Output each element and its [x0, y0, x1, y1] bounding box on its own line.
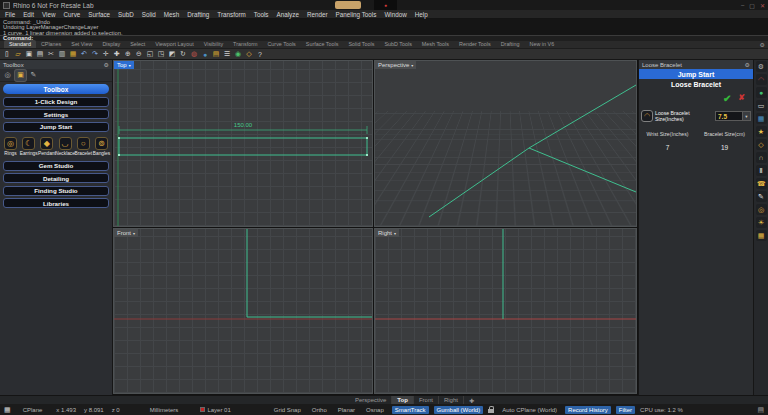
grid-snap-toggle[interactable]: Grid Snap — [271, 406, 304, 414]
redo-icon[interactable]: ↷ — [90, 49, 100, 59]
copy-icon[interactable]: ▥ — [57, 49, 67, 59]
pen-tool-icon[interactable]: ✎ — [756, 191, 767, 202]
gem-tool-icon[interactable]: ● — [756, 87, 767, 98]
diamond-tool-icon[interactable]: ◇ — [756, 139, 767, 150]
sun-tool-icon[interactable]: ☀ — [756, 217, 767, 228]
viewport-right[interactable]: Right ▾ — [374, 228, 637, 394]
smarttrack-toggle[interactable]: SmartTrack — [392, 406, 429, 414]
toolbar-tab[interactable]: CPlanes — [36, 40, 66, 48]
zoom-out-icon[interactable]: ⊖ — [134, 49, 144, 59]
sidebar-button[interactable]: Gem Studio — [3, 161, 109, 171]
bracelet-size-select[interactable]: 7.5 ▾ — [715, 111, 751, 121]
toolbar-tab[interactable]: Select — [125, 40, 150, 48]
viewport-front[interactable]: Front ▾ — [113, 228, 373, 394]
gumball-icon[interactable]: ◉ — [233, 49, 243, 59]
shaded-view-icon[interactable]: ◍ — [189, 49, 199, 59]
ortho-toggle[interactable]: Ortho — [309, 406, 330, 414]
menu-item[interactable]: Transform — [217, 11, 245, 18]
toolbox-home-tab-icon[interactable]: ◎ — [2, 70, 13, 81]
layer-selector[interactable]: Layer 01 — [200, 407, 230, 413]
pan-icon[interactable]: ✛ — [101, 49, 111, 59]
chevron-down-icon[interactable]: ▾ — [742, 112, 750, 120]
close-button[interactable]: ✕ — [760, 2, 765, 9]
menu-item[interactable]: Curve — [64, 11, 81, 18]
toolbar-tab[interactable]: SubD Tools — [379, 40, 416, 48]
menu-item[interactable]: Render — [307, 11, 328, 18]
sidebar-button[interactable]: Detailing — [3, 173, 109, 183]
help-icon[interactable]: ? — [255, 49, 265, 59]
minimize-button[interactable]: – — [741, 2, 744, 9]
object-properties-icon[interactable]: ☰ — [222, 49, 232, 59]
zoom-selected-icon[interactable]: ◩ — [167, 49, 177, 59]
menu-item[interactable]: Tools — [254, 11, 269, 18]
jewelry-category[interactable]: ⊚ Bangles — [93, 137, 110, 156]
viewport-label-right[interactable]: Right ▾ — [375, 229, 399, 237]
phone-tool-icon[interactable]: ☎ — [756, 178, 767, 189]
toolbar-tab[interactable]: Set View — [66, 40, 97, 48]
viewport-tab[interactable]: Right — [439, 396, 464, 404]
toolbar-tab[interactable]: Standard — [4, 40, 36, 48]
menu-item[interactable]: Window — [384, 11, 406, 18]
osnap-icon[interactable]: ◇ — [244, 49, 254, 59]
menu-item[interactable]: Solid — [142, 11, 156, 18]
save-icon[interactable]: ▣ — [24, 49, 34, 59]
zoom-in-icon[interactable]: ⊕ — [123, 49, 133, 59]
toolbar-tab[interactable]: Display — [97, 40, 125, 48]
viewport-label-front[interactable]: Front ▾ — [114, 229, 138, 237]
menu-item[interactable]: File — [5, 11, 15, 18]
cplane-selector[interactable]: CPlane — [23, 407, 43, 413]
jewelry-category[interactable]: ◎ Rings — [2, 137, 19, 156]
jewelry-category[interactable]: ◆ Pendant — [38, 137, 55, 156]
layers-icon[interactable]: ▤ — [211, 49, 221, 59]
toolbar-tab[interactable]: Drafting — [496, 40, 525, 48]
render-icon[interactable]: ● — [200, 49, 210, 59]
menu-item[interactable]: Mesh — [164, 11, 179, 18]
rotate-view-icon[interactable]: ↻ — [178, 49, 188, 59]
toolbar-tab[interactable]: Render Tools — [454, 40, 496, 48]
menu-item[interactable]: Edit — [23, 11, 34, 18]
sidebar-button[interactable]: Libraries — [3, 198, 109, 208]
cancel-button[interactable]: ✘ — [738, 93, 745, 104]
gumball-toggle[interactable]: Gumball (World) — [434, 406, 484, 414]
toolbar-tab[interactable]: Surface Tools — [301, 40, 344, 48]
gear-icon[interactable]: ⚙ — [756, 61, 767, 72]
gear-icon[interactable]: ⚙ — [745, 61, 750, 68]
sidebar-button[interactable]: 1-Click Design — [3, 97, 109, 107]
toolbar-tab[interactable]: Solid Tools — [343, 40, 379, 48]
toolbar-tab[interactable]: New in V6 — [525, 40, 560, 48]
toolbox-jewelry-tab-icon[interactable]: ▣ — [15, 70, 26, 81]
pause-tool-icon[interactable]: Ⅱ — [756, 165, 767, 176]
maximize-button[interactable]: ▢ — [749, 2, 755, 9]
menu-item[interactable]: View — [42, 11, 56, 18]
viewport-top[interactable]: 150.00 Top ▾ — [113, 60, 373, 227]
menu-item[interactable]: Help — [415, 11, 428, 18]
band-tool-icon[interactable]: ∩ — [756, 152, 767, 163]
grid-icon[interactable]: ▦ — [4, 406, 11, 414]
toolbar-tab[interactable]: Transform — [228, 40, 262, 48]
keyboard-tool-icon[interactable]: ▦ — [756, 113, 767, 124]
toolbox-header[interactable]: Toolbox — [3, 84, 109, 94]
menu-item[interactable]: SubD — [118, 11, 134, 18]
display-tool-icon[interactable]: ▭ — [756, 100, 767, 111]
zoom-extents-icon[interactable]: ◳ — [156, 49, 166, 59]
confirm-button[interactable]: ✔ — [723, 93, 731, 104]
toolbar-tab[interactable]: Visibility — [199, 40, 228, 48]
open-file-icon[interactable]: ▱ — [13, 49, 23, 59]
ring-tool-icon[interactable]: ◎ — [756, 204, 767, 215]
toolbar-tab[interactable]: Curve Tools — [262, 40, 300, 48]
viewport-label-top[interactable]: Top ▾ — [114, 61, 134, 69]
viewport-perspective[interactable]: Perspective ▾ — [374, 60, 637, 227]
cut-icon[interactable]: ✂ — [46, 49, 56, 59]
undo-icon[interactable]: ↶ — [79, 49, 89, 59]
zoom-window-icon[interactable]: ◱ — [145, 49, 155, 59]
sidebar-button[interactable]: Jump Start — [3, 122, 109, 132]
bracelet-tool-icon[interactable]: ◠ — [756, 74, 767, 85]
viewport-tab[interactable]: Top — [392, 396, 414, 404]
add-viewport-button[interactable]: ✚ — [464, 397, 479, 404]
gear-icon[interactable]: ⚙ — [760, 41, 765, 48]
toolbar-tab[interactable]: Mesh Tools — [417, 40, 454, 48]
planar-toggle[interactable]: Planar — [335, 406, 358, 414]
menu-item[interactable]: Paneling Tools — [336, 11, 377, 18]
osnap-toggle[interactable]: Osnap — [363, 406, 387, 414]
viewport-tab[interactable]: Perspective — [350, 396, 392, 404]
